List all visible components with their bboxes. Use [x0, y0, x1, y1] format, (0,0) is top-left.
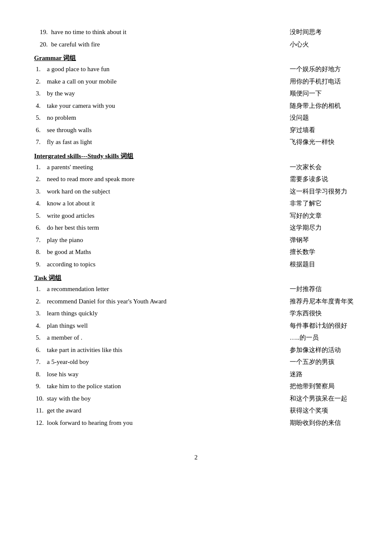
item-english: play the piano: [47, 235, 273, 246]
item-english: plan things well: [47, 320, 273, 332]
item-chinese: 一个娱乐的好地方: [273, 64, 358, 75]
item-english: learn things quickly: [47, 308, 273, 319]
list-item: 1.a good place to have fun一个娱乐的好地方: [34, 64, 358, 75]
list-item: 3.by the way顺便问一下: [34, 88, 358, 99]
list-item: 2.make a call on your mobile用你的手机打电话: [34, 76, 358, 87]
item-number: 3.: [34, 88, 47, 99]
item-chinese: 擅长数学: [273, 247, 358, 258]
item-number: 5.: [34, 332, 47, 343]
page-number: 2: [34, 454, 358, 461]
item-chinese: 写好的文章: [273, 211, 358, 222]
item-english: stay with the boy: [47, 393, 273, 404]
item-number: 5.: [34, 113, 47, 124]
item-english: make a call on your mobile: [47, 76, 273, 87]
item-number: 6.: [34, 125, 47, 136]
item-english: a recommendation letter: [47, 284, 273, 295]
integrated-items: 1.a parents' meeting一次家长会2.need to read …: [34, 162, 358, 270]
list-item: 5.write good articles写好的文章: [34, 211, 358, 222]
item-number: 1.: [34, 64, 47, 75]
item-english: fly as fast as light: [47, 137, 273, 148]
list-item: 6.do her best this term这学期尽力: [34, 222, 358, 234]
item-english: take him to the police station: [47, 381, 273, 392]
list-item: 1.a recommendation letter一封推荐信: [34, 284, 358, 295]
item-number: 1.: [34, 162, 47, 173]
item-number: 8.: [34, 369, 47, 380]
item-number: 6.: [34, 222, 47, 234]
item-chinese: 每件事都计划的很好: [273, 320, 358, 332]
item-english: be careful with fire: [51, 39, 273, 50]
item-english: have no time to think about it: [51, 27, 273, 38]
item-english: a parents' meeting: [47, 162, 273, 173]
item-number: 6.: [34, 345, 47, 356]
list-item: 8.be good at Maths擅长数学: [34, 247, 358, 258]
item-number: 9.: [34, 259, 47, 270]
list-item: 19. have no time to think about it 没时间思考: [34, 27, 358, 38]
list-item: 10.stay with the boy和这个男孩呆在一起: [34, 393, 358, 404]
list-item: 5.no problem没问题: [34, 113, 358, 124]
item-chinese: 这一科目学习很努力: [273, 186, 358, 197]
item-number: 5.: [34, 211, 47, 222]
list-item: 9.take him to the police station把他带到警察局: [34, 381, 358, 392]
list-item: 11.get the award获得这个奖项: [34, 405, 358, 416]
item-chinese: 这学期尽力: [273, 222, 358, 234]
grammar-section: Grammar 词组 1.a good place to have fun一个娱…: [34, 54, 358, 148]
item-chinese: 参加像这样的活动: [273, 345, 358, 356]
list-item: 3.learn things quickly学东西很快: [34, 308, 358, 319]
item-number: 7.: [34, 357, 47, 368]
list-item: 7.a 5-year-old boy一个五岁的男孩: [34, 357, 358, 368]
item-chinese: 一封推荐信: [273, 284, 358, 295]
item-english: recommend Daniel for this year's Youth A…: [47, 296, 273, 307]
item-chinese: …..的一员: [273, 332, 358, 343]
item-number: 3.: [34, 186, 47, 197]
item-chinese: 穿过墙看: [273, 125, 358, 136]
item-chinese: 没问题: [273, 113, 358, 124]
item-chinese: 弹钢琴: [273, 235, 358, 246]
item-number: 2.: [34, 76, 47, 87]
list-item: 2.recommend Daniel for this year's Youth…: [34, 296, 358, 307]
item-number: 7.: [34, 137, 47, 148]
list-item: 5.a member of .…..的一员: [34, 332, 358, 343]
item-english: according to topics: [47, 259, 273, 270]
item-english: lose his way: [47, 369, 273, 380]
item-chinese: 小心火: [273, 39, 358, 50]
list-item: 20. be careful with fire 小心火: [34, 39, 358, 50]
item-english: do her best this term: [47, 222, 273, 234]
grammar-items: 1.a good place to have fun一个娱乐的好地方2.make…: [34, 64, 358, 148]
item-english: a 5-year-old boy: [47, 357, 273, 368]
item-number: 10.: [34, 393, 47, 404]
item-chinese: 一个五岁的男孩: [273, 357, 358, 368]
item-english: look forward to hearing from you: [47, 418, 273, 429]
item-chinese: 把他带到警察局: [273, 381, 358, 392]
item-number: 19.: [34, 27, 51, 38]
item-chinese: 推荐丹尼本年度青年奖: [273, 296, 358, 307]
item-english: a member of .: [47, 332, 273, 343]
item-number: 3.: [34, 308, 47, 319]
list-item: 6.see through walls穿过墙看: [34, 125, 358, 136]
list-item: 2.need to read more and speak more需要多读多说: [34, 174, 358, 185]
item-chinese: 期盼收到你的来信: [273, 418, 358, 429]
item-number: 11.: [34, 405, 47, 416]
item-number: 9.: [34, 381, 47, 392]
item-chinese: 飞得像光一样快: [273, 137, 358, 148]
item-number: 4.: [34, 101, 47, 112]
list-item: 3.work hard on the subject这一科目学习很努力: [34, 186, 358, 197]
item-chinese: 学东西很快: [273, 308, 358, 319]
list-item: 1.a parents' meeting一次家长会: [34, 162, 358, 173]
list-item: 12.look forward to hearing from you期盼收到你…: [34, 418, 358, 429]
item-number: 8.: [34, 247, 47, 258]
list-item: 4.take your camera with you随身带上你的相机: [34, 101, 358, 112]
integrated-section: Intergrated skills---Study skills 词组 1.a…: [34, 152, 358, 270]
item-english: be good at Maths: [47, 247, 273, 258]
item-chinese: 非常了解它: [273, 198, 358, 209]
item-english: no problem: [47, 113, 273, 124]
item-english: take part in activities like this: [47, 345, 273, 356]
list-item: 7.fly as fast as light 飞得像光一样快: [34, 137, 358, 148]
item-number: 7.: [34, 235, 47, 246]
list-item: 7.play the piano弹钢琴: [34, 235, 358, 246]
item-chinese: 根据题目: [273, 259, 358, 270]
item-chinese: 随身带上你的相机: [273, 101, 358, 112]
item-chinese: 和这个男孩呆在一起: [273, 393, 358, 404]
item-english: a good place to have fun: [47, 64, 273, 75]
list-item: 6.take part in activities like this参加像这样…: [34, 345, 358, 356]
item-english: work hard on the subject: [47, 186, 273, 197]
